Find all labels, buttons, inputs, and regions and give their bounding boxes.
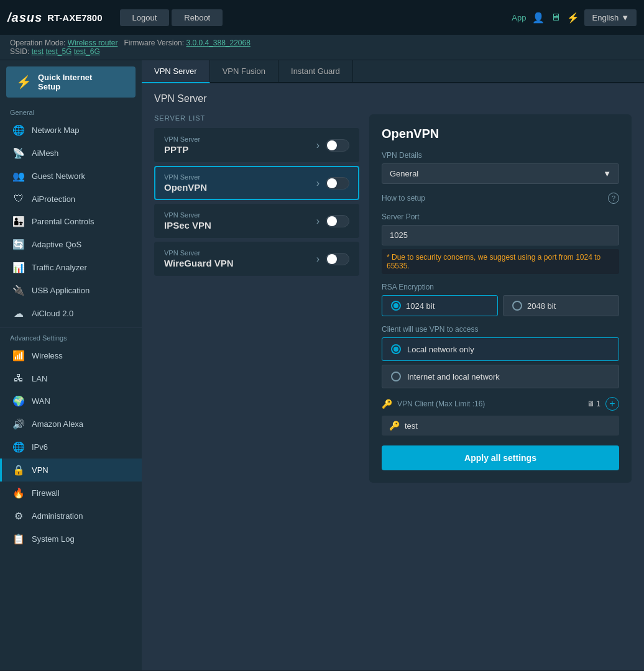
sidebar-item-administration[interactable]: ⚙ Administration (0, 504, 142, 527)
server-card-openvpn[interactable]: VPN Server OpenVPN › (154, 166, 359, 200)
amazon-alexa-icon: 🔊 (12, 418, 25, 430)
apply-all-settings-button[interactable]: Apply all settings (382, 445, 619, 470)
sidebar-item-wireless[interactable]: 📶 Wireless (0, 344, 142, 367)
rsa-options-row: 1024 bit 2048 bit (382, 295, 619, 316)
ipsec-arrow-icon: › (316, 216, 320, 227)
ipsec-name: IPSec VPN (164, 220, 316, 231)
sidebar-item-usb-application[interactable]: 🔌 USB Application (0, 279, 142, 302)
info-bar: Operation Mode: Wireless router Firmware… (0, 35, 644, 60)
vpn-client-count: 🖥 1 (587, 399, 600, 408)
top-buttons: Logout Reboot (120, 9, 223, 26)
vpn-details-dropdown[interactable]: General ▼ (382, 163, 619, 184)
logo-asus: /asus (7, 11, 42, 25)
vpn-client-key-icon: 🔑 (382, 399, 392, 409)
openvpn-title: OpenVPN (382, 127, 619, 141)
ssid-test6g[interactable]: test_6G (74, 47, 100, 56)
server-card-wireguard[interactable]: VPN Server WireGuard VPN › (154, 242, 359, 276)
rsa-1024-option[interactable]: 1024 bit (382, 295, 498, 316)
sidebar-label-lan: LAN (32, 374, 47, 383)
ipv6-icon: 🌐 (12, 441, 25, 453)
sidebar-label-wireless: Wireless (32, 351, 63, 360)
usb-icon[interactable]: ⚡ (567, 12, 579, 24)
main-layout: ⚡ Quick InternetSetup General 🌐 Network … (0, 60, 644, 670)
guest-network-icon: 👥 (12, 170, 25, 182)
openvpn-toggle-wrap (326, 177, 349, 189)
sidebar-label-aiprotection: AiProtection (32, 194, 75, 204)
quick-setup-icon: ⚡ (16, 75, 32, 89)
vpn-details-label: VPN Details (382, 151, 619, 160)
rsa-2048-option[interactable]: 2048 bit (503, 295, 619, 316)
openvpn-type: VPN Server (164, 173, 316, 181)
access-option-internet[interactable]: Internet and local network (382, 365, 619, 388)
rsa-1024-radio-circle (391, 301, 401, 311)
sidebar-item-lan[interactable]: 🖧 LAN (0, 367, 142, 390)
firmware-label: Firmware Version: (120, 39, 186, 47)
ipsec-toggle[interactable] (326, 215, 349, 227)
sidebar-item-firewall[interactable]: 🔥 Firewall (0, 482, 142, 504)
sidebar-item-guest-network[interactable]: 👥 Guest Network (0, 165, 142, 188)
sidebar-item-wan[interactable]: 🌍 WAN (0, 390, 142, 413)
openvpn-toggle[interactable] (326, 177, 349, 189)
sidebar-label-vpn: VPN (32, 465, 48, 475)
sidebar-item-traffic-analyzer[interactable]: 📊 Traffic Analyzer (0, 256, 142, 279)
openvpn-toggle-knob (327, 178, 337, 188)
tab-vpn-fusion[interactable]: VPN Fusion (210, 60, 278, 82)
traffic-analyzer-icon: 📊 (12, 262, 25, 273)
tab-vpn-server[interactable]: VPN Server (142, 60, 210, 83)
sidebar-item-aimesh[interactable]: 📡 AiMesh (0, 142, 142, 165)
sidebar: ⚡ Quick InternetSetup General 🌐 Network … (0, 60, 142, 670)
app-label: App (512, 13, 526, 22)
how-to-setup-label: How to setup (382, 194, 425, 203)
how-to-setup-help-icon[interactable]: ? (608, 193, 619, 204)
operation-mode-value[interactable]: Wireless router (68, 39, 118, 47)
openvpn-panel: OpenVPN VPN Details General ▼ How to set… (369, 114, 632, 483)
content-area: VPN Server VPN Fusion Instant Guard VPN … (142, 60, 644, 670)
firmware-value[interactable]: 3.0.0.4_388_22068 (186, 39, 250, 47)
server-port-input[interactable] (382, 225, 619, 245)
server-card-pptp[interactable]: VPN Server PPTP › (154, 128, 359, 162)
firewall-icon: 🔥 (12, 487, 25, 499)
sidebar-item-ipv6[interactable]: 🌐 IPv6 (0, 436, 142, 459)
sidebar-item-adaptive-qos[interactable]: 🔄 Adaptive QoS (0, 233, 142, 256)
server-card-openvpn-info: VPN Server OpenVPN (164, 173, 316, 193)
sidebar-item-system-log[interactable]: 📋 System Log (0, 527, 142, 550)
tab-vpn-fusion-label: VPN Fusion (223, 66, 265, 76)
tab-instant-guard[interactable]: Instant Guard (278, 60, 353, 82)
vpn-client-row: 🔑 VPN Client (Max Limit :16) 🖥 1 + (382, 397, 619, 411)
lang-chevron-icon: ▼ (621, 13, 629, 22)
sidebar-label-adaptive-qos: Adaptive QoS (32, 240, 81, 249)
sidebar-label-traffic-analyzer: Traffic Analyzer (32, 263, 87, 272)
ssid-test[interactable]: test (32, 47, 44, 56)
server-card-ipsec-info: VPN Server IPSec VPN (164, 211, 316, 231)
rsa-label: RSA Encryption (382, 283, 619, 291)
sidebar-item-aiprotection[interactable]: 🛡 AiProtection (0, 188, 142, 210)
sidebar-item-parental-controls[interactable]: 👨‍👧 Parental Controls (0, 210, 142, 233)
access-options: Local network only Internet and local ne… (382, 337, 619, 388)
monitor-icon[interactable]: 🖥 (551, 12, 561, 23)
ipsec-toggle-knob (327, 216, 337, 226)
sidebar-item-vpn[interactable]: 🔒 VPN (0, 459, 142, 482)
quick-internet-setup-button[interactable]: ⚡ Quick InternetSetup (6, 66, 136, 98)
tab-vpn-server-label: VPN Server (154, 66, 197, 76)
sidebar-label-amazon-alexa: Amazon Alexa (32, 419, 83, 429)
user-icon[interactable]: 👤 (532, 12, 545, 24)
internet-access-label: Internet and local network (407, 372, 500, 381)
reboot-button[interactable]: Reboot (172, 9, 223, 26)
language-selector[interactable]: English ▼ (584, 9, 637, 26)
server-port-label: Server Port (382, 212, 619, 221)
sidebar-item-amazon-alexa[interactable]: 🔊 Amazon Alexa (0, 413, 142, 436)
ssid-test5g[interactable]: test_5G (45, 47, 71, 56)
local-radio-circle (391, 344, 401, 354)
logout-button[interactable]: Logout (120, 9, 170, 26)
pptp-toggle[interactable] (326, 139, 349, 152)
wireguard-toggle-wrap (326, 253, 349, 265)
add-vpn-client-button[interactable]: + (605, 397, 619, 411)
sidebar-item-network-map[interactable]: 🌐 Network Map (0, 119, 142, 142)
server-card-ipsec[interactable]: VPN Server IPSec VPN › (154, 204, 359, 238)
pptp-type: VPN Server (164, 135, 316, 143)
wireguard-toggle[interactable] (326, 253, 349, 265)
sidebar-label-network-map: Network Map (32, 126, 80, 135)
tab-instant-guard-label: Instant Guard (291, 66, 340, 76)
access-option-local[interactable]: Local network only (382, 337, 619, 361)
sidebar-item-aicloud[interactable]: ☁ AiCloud 2.0 (0, 302, 142, 325)
